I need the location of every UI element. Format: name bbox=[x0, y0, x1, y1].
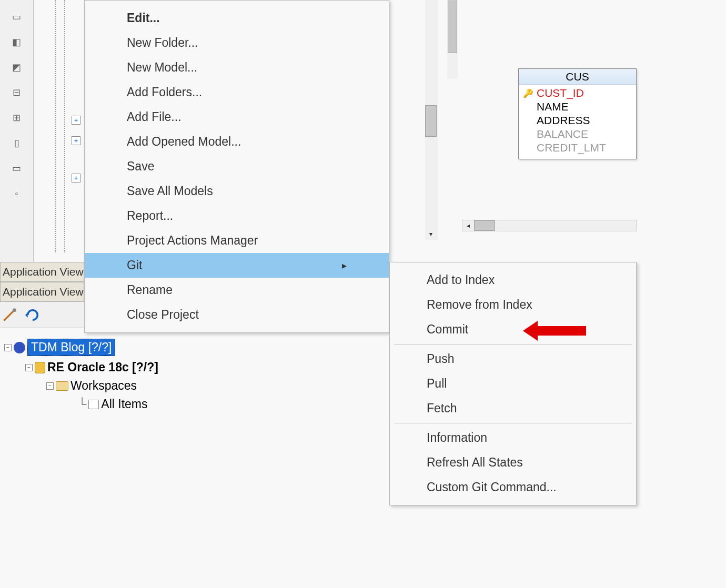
git-submenu: Add to Index Remove from Index Commit Pu… bbox=[389, 262, 637, 505]
scroll-down-arrow-icon[interactable]: ▾ bbox=[425, 228, 437, 240]
menu-item-report[interactable]: Report... bbox=[85, 204, 389, 228]
left-icon-toolbar: ▭ ◧ ◩ ⊟ ⊞ ▯ ▭ ◦ bbox=[0, 0, 34, 263]
menu-item-label: Add File... bbox=[127, 110, 182, 124]
application-view-tab-1[interactable]: Application View bbox=[0, 262, 84, 282]
folder-icon bbox=[56, 381, 68, 391]
menu-item-save-all-models[interactable]: Save All Models bbox=[85, 179, 389, 204]
toolbar-icon-3[interactable]: ◩ bbox=[8, 59, 25, 76]
entity-field-balance[interactable]: BALANCE bbox=[523, 127, 632, 141]
tree-item-label: Workspaces bbox=[70, 379, 137, 393]
menu-item-label: New Model... bbox=[127, 60, 197, 75]
tree-connector: └ bbox=[78, 397, 86, 411]
tree-item-all-items[interactable]: └ All Items bbox=[4, 395, 389, 413]
toolbar-icon-7[interactable]: ▭ bbox=[8, 160, 25, 177]
submenu-add-to-index[interactable]: Add to Index bbox=[390, 268, 636, 292]
entity-fields-list: 🔑 CUST_ID NAME ADDRESS BALANCE CREDIT_LM… bbox=[519, 85, 636, 159]
menu-item-label: Add Folders... bbox=[127, 85, 202, 99]
horizontal-scrollbar[interactable]: ◂ bbox=[462, 220, 637, 231]
menu-item-add-file[interactable]: Add File... bbox=[85, 105, 389, 129]
entity-field-label: CREDIT_LMT bbox=[537, 141, 606, 154]
scroll-left-arrow-icon[interactable]: ◂ bbox=[462, 220, 474, 231]
collapse-box-icon[interactable]: − bbox=[4, 344, 12, 351]
submenu-item-label: Information bbox=[427, 431, 487, 444]
submenu-pull[interactable]: Pull bbox=[390, 371, 636, 396]
application-view-panel: Application View Application View bbox=[0, 262, 84, 328]
entity-field-label: NAME bbox=[537, 100, 569, 113]
menu-item-new-folder[interactable]: New Folder... bbox=[85, 31, 389, 55]
submenu-separator bbox=[394, 423, 632, 423]
tree-expand-controls: + + + bbox=[72, 116, 80, 183]
toolbar-icon-5[interactable]: ⊞ bbox=[8, 109, 25, 126]
tree-item-workspaces[interactable]: − Workspaces bbox=[4, 377, 389, 395]
expand-box-icon[interactable]: + bbox=[72, 174, 80, 183]
tree-item-label: TDM Blog [?/?] bbox=[27, 339, 115, 356]
submenu-custom-git-command[interactable]: Custom Git Command... bbox=[390, 475, 636, 500]
menu-item-add-folders[interactable]: Add Folders... bbox=[85, 80, 389, 105]
submenu-fetch[interactable]: Fetch bbox=[390, 396, 636, 421]
scroll-thumb[interactable] bbox=[474, 220, 495, 231]
tree-item-tdm-blog[interactable]: − TDM Blog [?/?] bbox=[4, 337, 389, 358]
entity-field-label: ADDRESS bbox=[537, 114, 590, 127]
collapse-box-icon[interactable]: − bbox=[46, 382, 54, 390]
submenu-commit[interactable]: Commit bbox=[390, 317, 636, 342]
tree-item-label: RE Oracle 18c [?/?] bbox=[47, 360, 158, 374]
expand-box-icon[interactable]: + bbox=[72, 116, 80, 125]
tree-item-re-oracle[interactable]: − RE Oracle 18c [?/?] bbox=[4, 358, 389, 377]
items-icon bbox=[88, 400, 99, 409]
menu-item-project-actions-manager[interactable]: Project Actions Manager bbox=[85, 228, 389, 253]
submenu-information[interactable]: Information bbox=[390, 425, 636, 450]
entity-field-label: BALANCE bbox=[537, 128, 588, 140]
menu-item-edit[interactable]: Edit... bbox=[85, 6, 389, 31]
toolbar-icon-6[interactable]: ▯ bbox=[8, 135, 25, 151]
submenu-item-label: Custom Git Command... bbox=[427, 480, 557, 494]
primary-key-icon: 🔑 bbox=[523, 88, 533, 98]
entity-field-cust-id[interactable]: 🔑 CUST_ID bbox=[523, 86, 632, 100]
entity-header: CUS bbox=[519, 69, 636, 85]
context-menu: Edit... New Folder... New Model... Add F… bbox=[84, 0, 389, 333]
submenu-refresh-all-states[interactable]: Refresh All States bbox=[390, 450, 636, 475]
submenu-item-label: Pull bbox=[427, 377, 447, 390]
entity-field-credit-lmt[interactable]: CREDIT_LMT bbox=[523, 141, 632, 155]
submenu-item-label: Commit bbox=[427, 322, 468, 336]
menu-item-label: Save All Models bbox=[127, 184, 213, 198]
entity-field-label: CUST_ID bbox=[537, 87, 584, 99]
toolbar-icon-2[interactable]: ◧ bbox=[8, 34, 25, 50]
menu-item-rename[interactable]: Rename bbox=[85, 278, 389, 302]
menu-item-label: Report... bbox=[127, 209, 173, 223]
menu-item-close-project[interactable]: Close Project bbox=[85, 302, 389, 327]
menu-item-new-model[interactable]: New Model... bbox=[85, 55, 389, 80]
vertical-scrollbar-divider[interactable] bbox=[447, 0, 458, 79]
toolbar-refresh-icon[interactable] bbox=[25, 308, 40, 322]
submenu-item-label: Add to Index bbox=[427, 273, 495, 287]
database-icon bbox=[35, 362, 45, 373]
submenu-separator bbox=[394, 344, 632, 344]
entity-table-customers[interactable]: CUS 🔑 CUST_ID NAME ADDRESS BALANCE CREDI… bbox=[518, 68, 637, 159]
menu-item-label: Close Project bbox=[127, 308, 199, 322]
menu-item-label: Rename bbox=[127, 283, 173, 297]
scroll-thumb[interactable] bbox=[425, 105, 437, 137]
vertical-scrollbar-left[interactable]: ▾ bbox=[425, 0, 438, 240]
toolbar-settings-icon[interactable] bbox=[2, 308, 17, 322]
collapse-box-icon[interactable]: − bbox=[25, 364, 33, 371]
submenu-item-label: Fetch bbox=[427, 401, 457, 415]
entity-field-address[interactable]: ADDRESS bbox=[523, 114, 632, 127]
menu-item-save[interactable]: Save bbox=[85, 154, 389, 179]
menu-item-label: Git bbox=[127, 258, 142, 272]
application-view-tab-2[interactable]: Application View bbox=[0, 282, 84, 302]
toolbar-icon-4[interactable]: ⊟ bbox=[8, 84, 25, 101]
entity-field-name[interactable]: NAME bbox=[523, 100, 632, 114]
toolbar-icon-1[interactable]: ▭ bbox=[8, 8, 25, 25]
menu-item-label: Project Actions Manager bbox=[127, 234, 258, 248]
menu-item-label: New Folder... bbox=[127, 36, 198, 50]
submenu-remove-from-index[interactable]: Remove from Index bbox=[390, 292, 636, 317]
expand-box-icon[interactable]: + bbox=[72, 136, 80, 145]
menu-item-add-opened-model[interactable]: Add Opened Model... bbox=[85, 129, 389, 154]
submenu-item-label: Refresh All States bbox=[427, 455, 523, 469]
scroll-thumb[interactable] bbox=[448, 1, 457, 53]
svg-point-0 bbox=[13, 308, 16, 312]
toolbar-icon-8[interactable]: ◦ bbox=[8, 185, 25, 202]
submenu-item-label: Push bbox=[427, 352, 454, 366]
project-icon bbox=[14, 342, 25, 353]
menu-item-git[interactable]: Git ▸ bbox=[85, 253, 389, 278]
submenu-push[interactable]: Push bbox=[390, 347, 636, 371]
